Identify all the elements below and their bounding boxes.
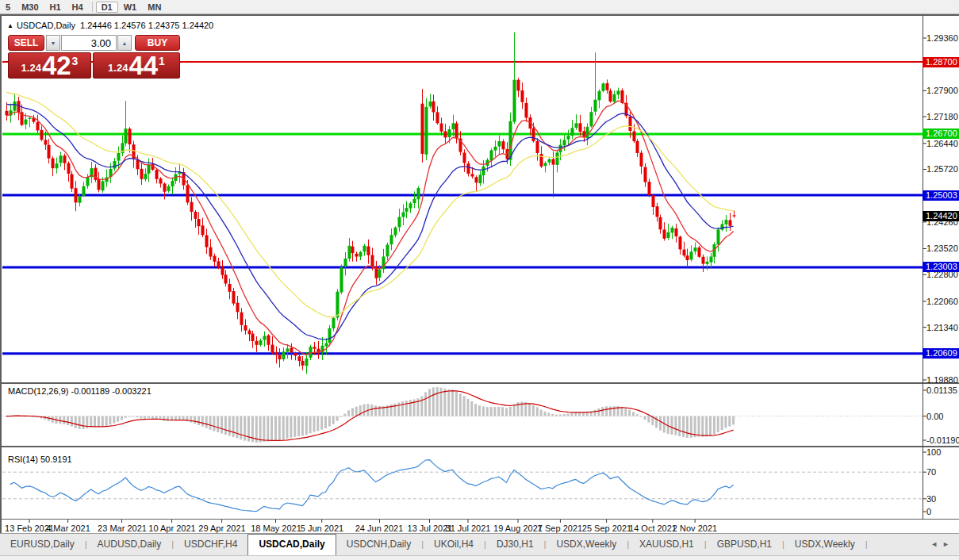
tab-usdcad-daily[interactable]: USDCAD,Daily [247,534,336,555]
tab-audusd-daily[interactable]: AUDUSD,Daily [87,534,172,555]
tab-dj30-h1[interactable]: DJ30,H1 [486,534,544,555]
price-axis-label: 1.26440 [926,139,958,148]
mt4-terminal: 5M30H1H4D1W1MN ▲USDCAD,Daily 1.24446 1.2… [0,0,959,560]
tab-gbpusd-h1[interactable]: GBPUSD,H1 [707,534,782,555]
tab-ukoil-h4[interactable]: UKOil,H4 [424,534,484,555]
collapse-triangle-icon[interactable]: ▲ [7,22,13,29]
chart-canvas[interactable] [0,0,959,560]
price-badge-1.20609: 1.20609 [923,348,959,359]
date-label: 14 Oct 2021 [629,524,677,533]
date-label: 4 Mar 2021 [46,524,90,533]
rsi-scale-label: 70 [926,467,936,477]
volume-input[interactable] [61,35,117,51]
price-axis-label: 1.22060 [926,297,958,306]
rsi-scale-label: 100 [926,447,941,457]
tab-scroll-right-icon[interactable]: ► [942,540,954,548]
rsi-indicator-label: RSI(14) 50.9191 [8,455,72,464]
sell-button[interactable]: SELL [8,35,44,51]
chart-background [0,14,959,560]
buy-price-big: 44 [129,56,158,76]
chevron-down-icon: ▼ [51,40,56,46]
sell-price-sup: 3 [72,55,79,67]
chart-symbol: USDCAD,Daily [17,21,75,30]
tab-scroll-arrows: ◄► [930,540,954,548]
date-label: 2 Nov 2021 [673,524,717,533]
tab-usdx-weekly[interactable]: USDX,Weekly [784,534,865,555]
chart-title: ▲USDCAD,Daily 1.24446 1.24576 1.24375 1.… [7,21,213,30]
buy-button[interactable]: BUY [135,35,180,51]
rsi-scale-label: 0 [926,507,931,516]
buy-price-prefix: 1.24 [108,62,128,74]
price-axis-label: 1.23520 [926,244,958,253]
chevron-up-icon: ▲ [122,40,128,46]
tab-separator: | [865,534,868,555]
date-label: 7 Sep 2021 [538,524,582,533]
tab-xauusd-h1[interactable]: XAUUSD,H1 [629,534,704,555]
date-label: 19 Aug 2021 [493,524,543,533]
rsi-scale-label: 30 [926,494,936,504]
date-label: 24 Jun 2021 [355,524,404,533]
price-badge-1.26700: 1.26700 [923,128,959,139]
buy-price-sup: 1 [159,55,165,67]
volume-increase-button[interactable]: ▲ [117,35,132,51]
tab-scroll-left-icon[interactable]: ◄ [930,540,942,548]
price-badge-1.28700: 1.28700 [923,57,959,67]
date-label: 5 Jun 2021 [301,524,343,533]
tab-eurusd-daily[interactable]: EURUSD,Daily [0,534,85,555]
sell-price-prefix: 1.24 [21,62,41,74]
price-badge-1.24420: 1.24420 [923,211,959,221]
chart-tab-bar: EURUSD,Daily|AUDUSD,Daily|USDCHF,H4USDCA… [0,533,959,555]
date-label: 23 Mar 2021 [98,524,147,533]
sell-price-box[interactable]: 1.24 42 3 [8,52,91,79]
volume-decrease-button[interactable]: ▼ [46,35,60,51]
tab-usdx-weekly[interactable]: USDX,Weekly [546,534,627,555]
price-axis-label: 1.27180 [926,112,958,121]
date-label: 18 May 2021 [251,524,301,533]
price-axis-label: 1.25720 [926,164,958,174]
price-axis-label: 1.19880 [926,375,958,385]
macd-scale-label: -0.011904 [926,435,959,445]
tab-usdcnh-daily[interactable]: USDCNH,Daily [336,534,421,555]
date-label: 25 Sep 2021 [582,524,631,533]
price-axis-label: 1.29360 [926,33,958,43]
date-label: 10 Apr 2021 [148,524,195,533]
price-badge-1.23003: 1.23003 [923,262,959,272]
price-axis-label: 1.21340 [926,323,958,332]
status-strip [0,555,959,560]
price-badge-1.25003: 1.25003 [923,190,959,201]
macd-scale-label: 0.00 [926,412,943,421]
price-axis-label: 1.27900 [926,86,958,95]
buy-price-box[interactable]: 1.24 44 1 [93,52,180,79]
date-label: 31 Jul 2021 [446,524,491,533]
macd-indicator-label: MACD(12,26,9) -0.001189 -0.003221 [8,386,152,396]
sell-price-big: 42 [42,56,71,76]
date-label: 29 Apr 2021 [198,524,245,533]
macd-scale-label: 0.01135 [926,385,957,395]
tab-usdchf-h4[interactable]: USDCHF,H4 [174,534,247,555]
chart-ohlc: 1.24446 1.24576 1.24375 1.24420 [80,21,213,30]
